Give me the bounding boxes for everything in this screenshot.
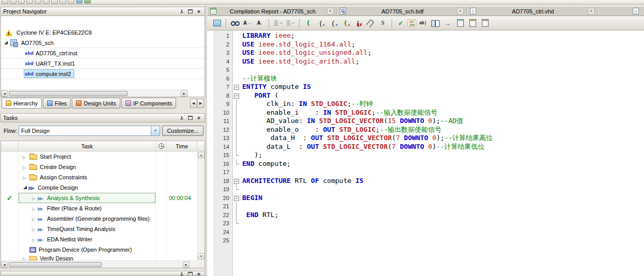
match-bracket-icon[interactable]: (	[303, 18, 314, 29]
close-tab-icon[interactable]	[457, 8, 464, 14]
column-task[interactable]: Task	[19, 141, 156, 151]
task-row[interactable]: EDA Netlist Writer	[1, 234, 197, 244]
spellcheck-icon[interactable]: ✓	[395, 18, 406, 29]
bracket-forward-icon[interactable]: (	[315, 18, 326, 29]
panel-tab-design-units[interactable]: Design Units	[72, 98, 120, 109]
task-row[interactable]: Create Design	[1, 162, 197, 172]
task-row[interactable]: Program Device (Open Programmer)	[1, 244, 197, 255]
flow-select[interactable]: Full Design	[19, 126, 160, 136]
save-icon[interactable]	[18, 0, 25, 4]
scroll-up-icon[interactable]	[198, 152, 205, 158]
outdent-icon[interactable]	[285, 18, 296, 29]
task-row[interactable]: Compile Design	[1, 182, 197, 193]
code-line[interactable]: 6--计算模块	[207, 74, 644, 83]
task-row[interactable]: Analysis & Synthesis00:00:04	[1, 193, 197, 203]
close-tab-icon[interactable]	[327, 8, 334, 14]
task-row[interactable]: Assembler (Generate programming files)	[1, 213, 197, 224]
bookmark-icon[interactable]	[467, 18, 478, 29]
replace-icon[interactable]: A	[242, 18, 253, 29]
code-line[interactable]: 10 enable_i : IN STD_LOGIC;--输入数据使能信号	[207, 109, 644, 117]
code-line[interactable]: 19	[207, 185, 644, 194]
code-line[interactable]: 1LIBRARY ieee;	[207, 32, 644, 40]
float-button[interactable]	[186, 271, 194, 276]
code-line[interactable]: 11 AD_value: IN STD_LOGIC_VECTOR(15 DOWN…	[207, 117, 644, 126]
vertical-scrollbar[interactable]	[197, 151, 205, 260]
scroll-right-icon[interactable]	[181, 90, 187, 97]
curve-icon[interactable]: S	[377, 18, 388, 29]
expander-icon[interactable]	[32, 236, 38, 242]
code-line[interactable]: 20BEGIN	[207, 194, 644, 203]
document-tab[interactable]: AD7705_ctrl.vhd	[467, 7, 598, 16]
close-tab-icon[interactable]	[588, 8, 594, 14]
expander-icon[interactable]	[23, 154, 28, 160]
line-numbers-icon[interactable]	[407, 19, 416, 27]
code-line[interactable]: 5	[207, 66, 644, 74]
task-row[interactable]: Verify Design	[1, 255, 197, 260]
tree-item-device[interactable]: ! Cyclone IV E: EP4CE6E22C8	[1, 27, 205, 38]
code-line[interactable]: 8 PORT (	[207, 91, 644, 100]
find-icon[interactable]	[229, 18, 241, 29]
code-line[interactable]: 13 data_H : OUT STD_LOGIC_VECTOR(7 DOWNT…	[207, 134, 644, 143]
run-icon[interactable]	[84, 0, 91, 4]
pin-button[interactable]	[178, 8, 185, 15]
pin-button[interactable]	[178, 115, 185, 121]
copy-icon[interactable]	[43, 0, 50, 4]
tree-item-project[interactable]: AD7705_sch	[1, 38, 205, 48]
clear-all-brackets-icon[interactable]: (	[352, 18, 364, 29]
float-button[interactable]	[186, 8, 194, 15]
expander-icon[interactable]	[23, 174, 28, 180]
bracket-back-icon[interactable]: (	[327, 18, 339, 29]
scroll-left-icon[interactable]	[1, 90, 8, 97]
code-line[interactable]: 21	[207, 202, 644, 211]
detach-window-icon[interactable]	[211, 18, 223, 29]
task-row[interactable]: Fitter (Place & Route)	[1, 203, 197, 213]
close-button[interactable]	[195, 8, 202, 15]
code-line[interactable]: 17	[207, 168, 644, 177]
undo-icon[interactable]	[59, 0, 66, 4]
scroll-right-icon[interactable]	[183, 262, 190, 268]
code-line[interactable]: 12 enable_o : OUT STD_LOGIC;--输出数据使能信号	[207, 126, 644, 134]
fold-toggle-icon[interactable]	[233, 177, 240, 186]
tabs-scroll-right-icon[interactable]	[197, 99, 204, 108]
tree-item-instance[interactable]: AD7705_ctrl:inst	[1, 48, 205, 58]
column-time[interactable]: Time	[167, 141, 197, 151]
horizontal-scrollbar[interactable]	[1, 260, 197, 268]
scroll-left-icon[interactable]	[1, 262, 8, 268]
expander-icon[interactable]	[32, 205, 38, 211]
code-line[interactable]: 18ARCHITECTURE RTL OF compute IS	[207, 177, 644, 186]
expander-icon[interactable]	[4, 40, 9, 45]
print-icon[interactable]	[26, 0, 33, 4]
code-line[interactable]: 14 data_L : OUT STD_LOGIC_VECTOR(7 DOWNT…	[207, 143, 644, 151]
chevron-down-icon[interactable]	[151, 126, 160, 135]
paste-icon[interactable]	[51, 0, 58, 4]
notes-icon[interactable]	[479, 18, 491, 29]
fold-toggle-icon[interactable]	[233, 83, 240, 91]
attach-icon[interactable]	[365, 18, 376, 29]
goto-icon[interactable]: →	[442, 18, 453, 29]
pin-button[interactable]	[178, 271, 185, 276]
task-row[interactable]: Assign Constraints	[1, 172, 197, 182]
code-line[interactable]: 22 END RTL;	[207, 211, 644, 220]
expander-icon[interactable]	[32, 226, 38, 232]
document-tab[interactable]: AD7705_sch.bdf	[337, 7, 467, 16]
indent-icon[interactable]	[272, 18, 284, 29]
task-row[interactable]: TimeQuest Timing Analysis	[1, 224, 197, 234]
task-row[interactable]: Start Project	[1, 151, 197, 162]
fold-toggle-icon[interactable]	[233, 91, 240, 100]
code-line[interactable]: 15 );	[207, 151, 644, 160]
panel-tab-hierarchy[interactable]: Hierarchy	[2, 98, 42, 109]
template-icon[interactable]	[454, 18, 466, 29]
clear-bracket-icon[interactable]: (	[340, 18, 351, 29]
scrollbar-thumb[interactable]	[9, 91, 128, 96]
word-wrap-icon[interactable]: ab|	[417, 18, 429, 29]
text-editor[interactable]: 1LIBRARY ieee;2USE ieee.std_logic_1164.a…	[207, 30, 644, 276]
code-line[interactable]: 7ENTITY compute IS	[207, 83, 644, 91]
expander-icon[interactable]	[23, 256, 28, 260]
panel-tab-ip-components[interactable]: IP Components	[121, 98, 177, 109]
redo-icon[interactable]	[68, 0, 74, 4]
code-line[interactable]: 23	[207, 219, 644, 228]
cut-icon[interactable]	[35, 0, 41, 4]
expander-icon[interactable]	[32, 195, 38, 201]
tree-item-instance-selected[interactable]: compute:inst2	[1, 69, 205, 79]
float-button[interactable]	[186, 115, 194, 121]
